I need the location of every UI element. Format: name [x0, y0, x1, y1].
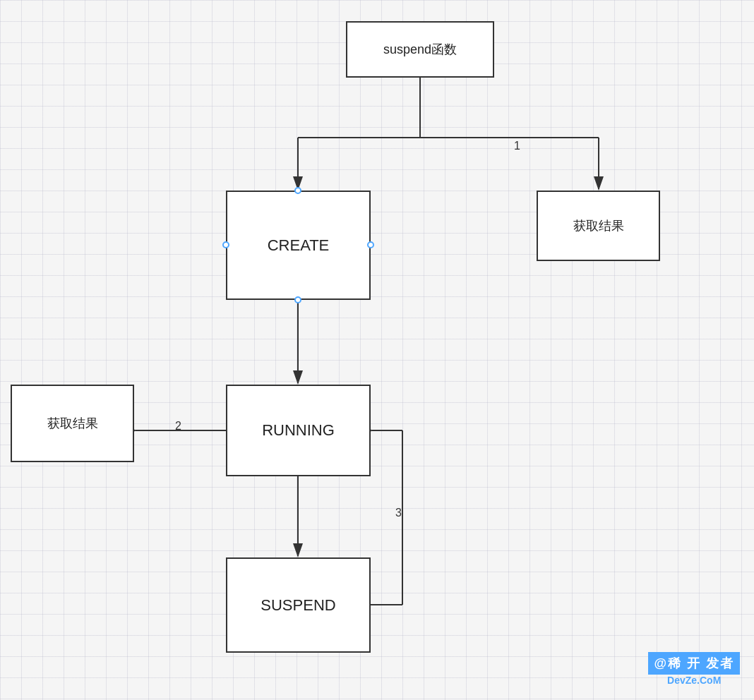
create-left-dot: [222, 241, 229, 248]
watermark-bottom: DevZe.CoM: [667, 675, 721, 686]
connections-svg: [0, 0, 754, 700]
label-2: 2: [175, 420, 181, 433]
create-box: CREATE: [226, 191, 371, 300]
suspend-func-label: suspend函数: [383, 41, 457, 58]
running-box: RUNNING: [226, 385, 371, 476]
get-result-1-box: 获取结果: [537, 191, 660, 261]
watermark: @稀 开 发者 DevZe.CoM: [648, 652, 740, 686]
get-result-2-label: 获取结果: [47, 415, 98, 432]
suspend-box: SUSPEND: [226, 557, 371, 653]
get-result-1-label: 获取结果: [573, 217, 624, 234]
watermark-prefix: @稀: [654, 656, 682, 670]
create-label: CREATE: [268, 236, 330, 255]
watermark-text-top: 开 发者: [687, 656, 734, 670]
suspend-func-box: suspend函数: [346, 21, 494, 78]
label-1: 1: [514, 140, 520, 152]
suspend-label: SUSPEND: [261, 596, 335, 615]
get-result-2-box: 获取结果: [11, 385, 134, 462]
create-top-dot: [294, 187, 301, 194]
label-3: 3: [395, 507, 402, 519]
watermark-top: @稀 开 发者: [648, 652, 740, 675]
create-right-dot: [367, 241, 374, 248]
running-label: RUNNING: [262, 421, 335, 440]
create-bottom-dot: [294, 296, 301, 303]
diagram: suspend函数 CREATE 获取结果 RUNNING 获取结果 SUSPE…: [0, 0, 754, 700]
